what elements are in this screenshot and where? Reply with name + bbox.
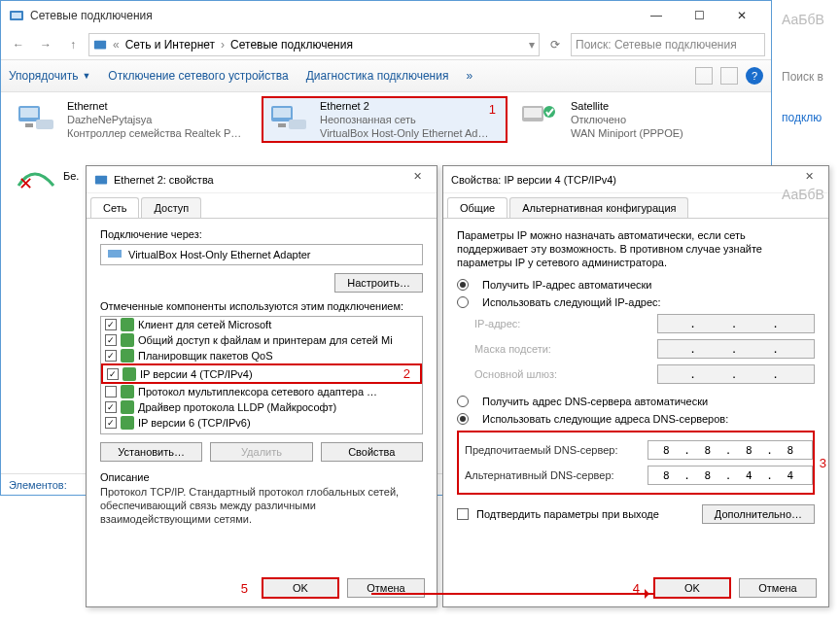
nic-icon (267, 100, 314, 139)
help-icon[interactable]: ? (746, 67, 763, 85)
list-item[interactable]: Протокол мультиплексора сетевого адаптер… (101, 384, 422, 399)
marker-2: 2 (403, 366, 416, 381)
nav-forward-button[interactable]: → (34, 33, 57, 56)
remove-button: Удалить (210, 442, 312, 462)
checkbox[interactable] (107, 368, 119, 380)
svg-rect-15 (95, 175, 107, 184)
nav-back-button[interactable]: ← (7, 33, 30, 56)
adapter-field: VirtualBox Host-Only Ethernet Adapter (100, 244, 423, 265)
maximize-button[interactable]: ☐ (678, 1, 720, 30)
disable-device-button[interactable]: Отключение сетевого устройства (108, 69, 288, 83)
install-button[interactable]: Установить… (100, 442, 202, 462)
checkbox[interactable] (105, 417, 117, 429)
components-label: Отмеченные компоненты используются этим … (100, 300, 423, 312)
connection-name: Satellite (571, 99, 683, 113)
marker-3: 3 (820, 456, 826, 470)
radio-dns-auto[interactable]: Получить адрес DNS-сервера автоматически (457, 396, 815, 407)
list-item[interactable]: Клиент для сетей Microsoft (101, 317, 422, 332)
radio-button[interactable] (457, 279, 469, 291)
validate-label: Подтвердить параметры при выходе (476, 508, 659, 520)
crumb-2[interactable]: Сетевые подключения (230, 38, 353, 52)
radio-ip-auto[interactable]: Получить IP-адрес автоматически (457, 279, 815, 291)
proto-icon (121, 349, 134, 363)
connection-name: Ethernet (67, 99, 241, 113)
dns-preferred-label: Предпочитаемый DNS-сервер: (465, 444, 640, 456)
proto-icon (122, 367, 136, 381)
view-button-2[interactable] (720, 67, 738, 85)
tab-network[interactable]: Сеть (90, 197, 139, 218)
connection-ethernet[interactable]: EthernetDazheNePytajsyaКонтроллер семейс… (11, 96, 257, 143)
tab-access[interactable]: Доступ (141, 197, 201, 218)
svg-rect-4 (20, 108, 38, 118)
subnet-mask-label: Маска подсети: (474, 343, 649, 355)
dialog-close-button[interactable]: ✕ (405, 170, 429, 190)
diagnose-button[interactable]: Диагностика подключения (306, 69, 449, 83)
properties-button[interactable]: Свойства (321, 442, 423, 462)
advanced-button[interactable]: Дополнительно… (702, 504, 815, 524)
svg-rect-12 (524, 108, 542, 118)
svg-rect-2 (94, 41, 106, 50)
tab-alt-config[interactable]: Альтернативная конфигурация (509, 197, 688, 218)
dialog-title: Ethernet 2: свойства (114, 174, 405, 186)
checkbox[interactable] (105, 319, 117, 330)
subnet-mask-input: . . . (657, 339, 815, 359)
proto-icon (121, 318, 134, 331)
description-title: Описание (100, 471, 423, 483)
cancel-button[interactable]: Отмена (347, 578, 425, 598)
breadcrumb[interactable]: « Сеть и Интернет › Сетевые подключения … (88, 33, 540, 56)
radio-dns-manual[interactable]: Использовать следующие адреса DNS-сервер… (457, 413, 815, 425)
configure-button[interactable]: Настроить… (334, 273, 423, 293)
list-item[interactable]: Планировщик пакетов QoS (101, 348, 422, 363)
radio-ip-manual[interactable]: Использовать следующий IP-адрес: (457, 296, 815, 308)
dns-preferred-input[interactable]: 8 . 8 . 8 . 8 (648, 440, 813, 460)
view-button-1[interactable] (695, 67, 713, 85)
organize-menu[interactable]: Упорядочить▼ (9, 69, 90, 83)
dns-alt-label: Альтернативный DNS-сервер: (465, 469, 640, 481)
refresh-button[interactable]: ⟳ (543, 33, 567, 56)
svg-rect-9 (289, 120, 306, 129)
svg-rect-5 (36, 120, 53, 129)
crumb-1[interactable]: Сеть и Интернет (125, 38, 215, 52)
radio-button[interactable] (457, 296, 469, 308)
components-list[interactable]: Клиент для сетей Microsoft Общий доступ … (100, 316, 423, 434)
annotation-arrow (371, 593, 653, 595)
checkbox[interactable] (105, 334, 117, 346)
ip-address-input: . . . (657, 314, 815, 333)
connection-wireless[interactable]: ✕ Бе... (11, 153, 84, 199)
status-label: Элементов: (9, 479, 67, 491)
checkbox[interactable] (105, 386, 117, 397)
close-button[interactable]: ✕ (720, 1, 763, 30)
connection-satellite[interactable]: SatelliteОтключеноWAN Miniport (PPPOE) (514, 96, 760, 143)
list-item[interactable]: Общий доступ к файлам и принтерам для се… (101, 332, 422, 348)
dns-group: Предпочитаемый DNS-сервер:8 . 8 . 8 . 8 … (457, 431, 815, 495)
dialog-title: Свойства: IP версии 4 (TCP/IPv4) (451, 174, 797, 186)
nav-up-button[interactable]: ↑ (61, 33, 85, 56)
radio-button[interactable] (457, 413, 469, 425)
window-icon (9, 8, 24, 23)
search-input[interactable]: Поиск: Сетевые подключения (571, 33, 765, 56)
validate-checkbox[interactable] (457, 508, 469, 520)
more-button[interactable]: » (466, 69, 472, 83)
ipv4-properties-dialog: Свойства: IP версии 4 (TCP/IPv4) ✕ Общие… (442, 165, 829, 607)
titlebar: Сетевые подключения — ☐ ✕ (1, 1, 771, 30)
cancel-button[interactable]: Отмена (739, 578, 817, 598)
list-item-ipv4[interactable]: IP версии 4 (TCP/IPv4)2 (101, 363, 422, 384)
radio-button[interactable] (457, 396, 469, 407)
connection-ethernet2[interactable]: Ethernet 2Неопознанная сетьVirtualBox Ho… (262, 96, 508, 143)
tab-general[interactable]: Общие (447, 197, 508, 218)
proto-icon (121, 416, 134, 430)
checkbox[interactable] (105, 350, 117, 362)
checkbox[interactable] (105, 401, 117, 413)
connection-name: Ethernet 2 (320, 99, 488, 113)
nic-icon (15, 100, 61, 139)
description-text: Протокол TCP/IP. Стандартный протокол гл… (100, 485, 423, 526)
ok-button[interactable]: OK (262, 577, 339, 599)
minimize-button[interactable]: — (635, 1, 678, 30)
svg-text:✕: ✕ (18, 174, 33, 193)
adapter-properties-dialog: Ethernet 2: свойства ✕ Сеть Доступ Подкл… (86, 165, 438, 607)
dialog-icon (94, 173, 108, 187)
dns-alt-input[interactable]: 8 . 8 . 4 . 4 (648, 466, 813, 485)
list-item[interactable]: IP версии 6 (TCP/IPv6) (101, 415, 422, 431)
list-item[interactable]: Драйвер протокола LLDP (Майкрософт) (101, 399, 422, 415)
ok-button[interactable]: OK (653, 577, 731, 599)
